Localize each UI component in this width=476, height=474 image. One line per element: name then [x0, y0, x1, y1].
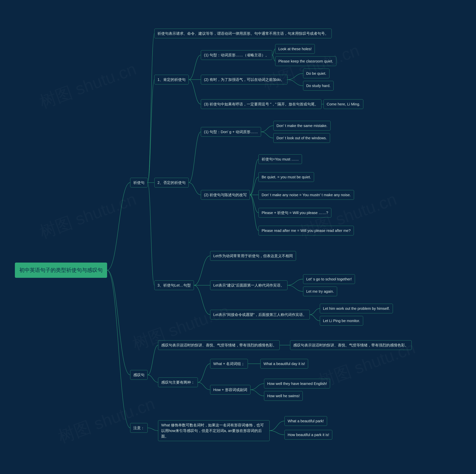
label: Look at these holes! [278, 46, 312, 52]
node-c1-2: (2) 有时，为了加强语气，可以在动词之前加do。 [201, 75, 288, 85]
label: What a beautiful day it is! [263, 361, 305, 367]
node-c3-3: Let表示"间接命令或愿望"，后面接第三人称代词作宾语。 [210, 310, 310, 320]
label: 感叹句主要有两种： [161, 380, 195, 385]
label: (3) 祈使句中如果有呼语，一定要用逗号 "，" 隔开。放在句首或句尾。 [204, 101, 318, 107]
watermark: 树图 shutu.cn [36, 58, 139, 114]
node-c2-2: (2) 祈使句与陈述句的改写 [201, 190, 250, 200]
root-node: 初中英语句子的类型祈使句与感叹句 [15, 263, 107, 278]
label: What 修饰单数可数名词时，如果这一名词有形容词修饰，也可以用how来引导感叹… [161, 422, 266, 439]
leaf-c2-2c: Don' t make any noise = You mustn' t mak… [258, 190, 354, 200]
node-d1r: 感叹句表示说话时的惊讶、喜悦、气愤等情绪，带有强烈的感情色彩。 [290, 340, 412, 350]
node-qishi: 祈使句 [130, 178, 148, 187]
label: (1) 句型：动词原形……（省略主语）。 [204, 52, 269, 58]
label: Come here, Li Ming. [327, 101, 360, 107]
label: 感叹句表示说话时的惊讶、喜悦、气愤等情绪，带有强烈的感情色彩。 [161, 342, 276, 348]
node-d2: 感叹句主要有两种： [158, 377, 198, 387]
node-d2-2: How + 形容词或副词 [210, 385, 251, 395]
leaf-c1-2b: Do study hard. [303, 81, 334, 91]
leaf-c3-3a: Let him work out the problem by himself. [320, 304, 393, 313]
leaf-c1-1a: Look at these holes! [275, 44, 315, 54]
leaf-c2-1b: Don' t look out of the windows. [273, 133, 330, 143]
label: 注意： [133, 425, 144, 431]
leaf-c3-3b: Let Li Ping be monitor. [320, 316, 363, 326]
node-d2-1: What + 名词词组； [210, 359, 248, 369]
label: How well they have learned English! [267, 381, 327, 386]
node-c1-3: (3) 祈使句中如果有呼语，一定要用逗号 "，" 隔开。放在句首或句尾。 [201, 99, 322, 109]
label: 祈使句表示请求、命令、建议等等，谓语动词一律用原形。句中通常不用主语，句末用惊叹… [157, 31, 329, 36]
leaf-e1a: What a beautiful park! [285, 416, 327, 426]
leaf-c1-2a: Do be quiet. [303, 69, 329, 78]
label: Let Li Ping be monitor. [323, 318, 360, 323]
label: Let表示"间接命令或愿望"，后面接第三人称代词作宾语。 [213, 312, 306, 317]
leaf-e1b: How beautiful a park it is! [285, 430, 332, 440]
label: Be quiet. = you must be quiet. [262, 174, 311, 180]
label: Let表示"建议"后面跟第一人称代词作宾语。 [213, 283, 284, 288]
node-intro: 祈使句表示请求、命令、建议等等，谓语动词一律用原形。句中通常不用主语，句末用惊叹… [154, 29, 332, 38]
label: Don' t look out of the windows. [276, 135, 327, 141]
node-d1: 感叹句表示说话时的惊讶、喜悦、气愤等情绪，带有强烈的感情色彩。 [158, 340, 280, 350]
label: 祈使句=You must …… [262, 156, 299, 162]
leaf-c1-3a: Come here, Li Ming. [323, 99, 363, 109]
node-e1: What 修饰单数可数名词时，如果这一名词有形容词修饰，也可以用how来引导感叹… [158, 420, 270, 441]
label: 感叹句表示说话时的惊讶、喜悦、气愤等情绪，带有强烈的感情色彩。 [293, 342, 408, 348]
label: Let me try again. [306, 288, 334, 294]
watermark: 树图 shutu.cn [36, 188, 139, 244]
label: Please + 祈使句 = Will you please ……? [262, 210, 328, 216]
label: (2) 祈使句与陈述句的改写 [204, 192, 247, 198]
label: 感叹句 [133, 372, 144, 378]
leaf-c3-2b: Let me try again. [303, 287, 337, 296]
node-c3-1: Let作为动词常常用于祈使句，但表达意义不相同 [210, 251, 296, 261]
label: Please keep the classroom quiet. [278, 58, 333, 64]
label: What + 名词词组； [213, 361, 245, 367]
label: 1、肯定的祈使句 [157, 77, 186, 82]
node-c2-1: (1) 句型：Don' g + 动词原形…… [201, 127, 261, 137]
leaf-c2-2d: Please + 祈使句 = Will you please ……? [258, 208, 331, 218]
label: Let作为动词常常用于祈使句，但表达意义不相同 [213, 253, 293, 259]
leaf-c2-2a: 祈使句=You must …… [258, 154, 302, 164]
leaf-d2-1a: What a beautiful day it is! [260, 359, 308, 369]
leaf-c2-1a: Don' t make the same mistake. [273, 121, 331, 131]
label: Don' t make the same mistake. [276, 123, 327, 129]
node-c1-1: (1) 句型：动词原形……（省略主语）。 [201, 50, 272, 60]
node-gantan: 感叹句 [130, 370, 148, 380]
root-label: 初中英语句子的类型祈使句与感叹句 [19, 266, 103, 274]
label: How beautiful a park it is! [288, 432, 329, 438]
leaf-d2-2a: How well they have learned English! [264, 379, 330, 389]
label: Let' s go to school together! [306, 276, 352, 282]
label: 3、祈使句Let…句型 [157, 283, 191, 288]
leaf-c2-2b: Be quiet. = you must be quiet. [258, 172, 314, 182]
leaf-c3-2a: Let' s go to school together! [303, 274, 355, 284]
label: (1) 句型：Don' g + 动词原形…… [204, 129, 258, 135]
label: Do be quiet. [306, 71, 326, 76]
label: (2) 有时，为了加强语气，可以在动词之前加do。 [204, 77, 284, 82]
label: 2、否定的祈使句 [157, 180, 186, 186]
watermark: 树图 shutu.cn [55, 392, 158, 448]
leaf-c1-1b: Please keep the classroom quiet. [275, 56, 336, 66]
label: Let him work out the problem by himself. [323, 306, 390, 311]
label: How + 形容词或副词 [213, 387, 247, 392]
label: What a beautiful park! [288, 418, 324, 424]
node-zhuyi: 注意： [130, 423, 148, 433]
label: How well he swims! [267, 393, 300, 399]
label: Don' t make any noise = You mustn' t mak… [262, 192, 351, 198]
node-fouding: 2、否定的祈使句 [154, 178, 189, 187]
label: Do study hard. [306, 83, 330, 88]
node-kendin: 1、肯定的祈使句 [154, 75, 189, 85]
leaf-d2-2b: How well he swims! [264, 391, 303, 401]
leaf-c2-2e: Please read after me = Will you please r… [258, 226, 354, 236]
node-let: 3、祈使句Let…句型 [154, 280, 194, 290]
node-c3-2: Let表示"建议"后面跟第一人称代词作宾语。 [210, 280, 288, 290]
label: Please read after me = Will you please r… [262, 228, 351, 233]
label: 祈使句 [133, 180, 144, 186]
